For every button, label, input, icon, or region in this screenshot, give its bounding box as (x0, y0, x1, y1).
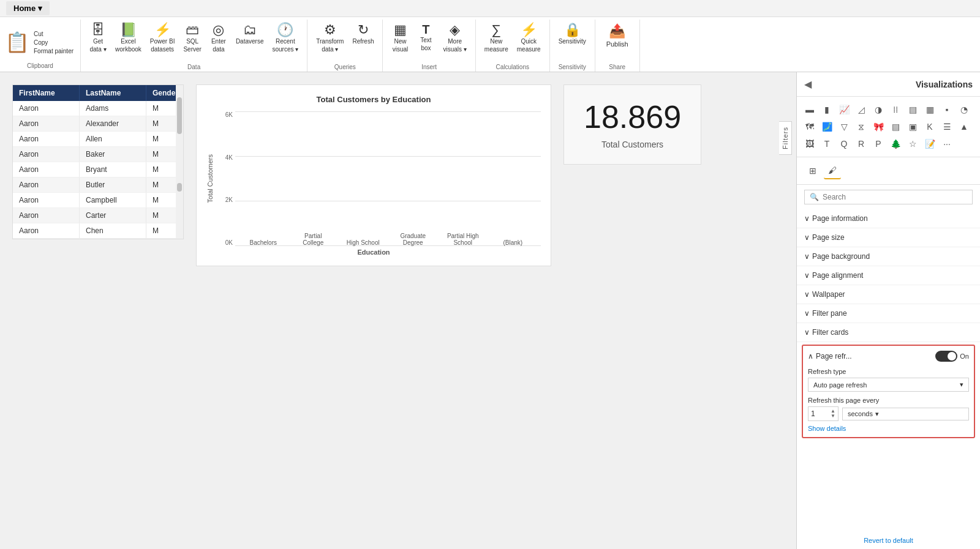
powerbi-datasets-button[interactable]: ⚡ Power BI datasets (146, 21, 179, 55)
paste-button[interactable]: 📋 (5, 32, 29, 52)
enter-data-button[interactable]: ◎ Enter data (206, 21, 231, 55)
transform-data-button[interactable]: ⚙ Transform data ▾ (312, 21, 347, 55)
bar-graduate: GraduateDegree (390, 228, 437, 246)
viz-icon-column[interactable]: ▮ (819, 102, 835, 118)
refresh-unit-dropdown[interactable]: seconds ▾ (842, 408, 969, 420)
bar-high-school: High School (340, 234, 386, 246)
table-cell: Aaron (13, 116, 80, 131)
refresh-number-input[interactable]: 1 ▲ ▼ (808, 406, 839, 421)
dataverse-button[interactable]: 🗂 Dataverse (232, 21, 268, 47)
format-section-item[interactable]: ∨ Page alignment (797, 266, 980, 285)
toggle-label: On (960, 353, 969, 360)
viz-icon-image[interactable]: 🖼 (802, 136, 818, 152)
format-section-item[interactable]: ∨ Page size (797, 228, 980, 247)
format-section-item[interactable]: ∨ Filter cards (797, 323, 980, 342)
viz-icon-line[interactable]: 📈 (836, 102, 852, 118)
viz-icon-waterfall[interactable]: ⧖ (853, 119, 869, 135)
toggle-switch[interactable]: On (935, 351, 969, 362)
toggle-track[interactable] (935, 351, 957, 362)
format-icon-format[interactable]: 🖌 (824, 162, 841, 179)
table-cell: Aaron (13, 208, 80, 223)
viz-icon-pie[interactable]: ◑ (870, 102, 886, 118)
get-data-icon: 🗄 (91, 23, 105, 37)
viz-icon-textbox[interactable]: T (819, 136, 835, 152)
text-box-icon: T (422, 23, 429, 35)
format-painter-button[interactable]: Format painter (32, 47, 75, 55)
get-data-button[interactable]: 🗄 Get data ▾ (86, 21, 110, 55)
chart-visual: Total Customers by Education Total Custo… (196, 84, 551, 266)
quick-measure-button[interactable]: ⚡ Quick measure (513, 21, 545, 55)
viz-icon-treemap[interactable]: ▪ (939, 102, 955, 118)
filters-tab[interactable]: Filters (779, 121, 792, 155)
revert-button[interactable]: Revert to default (797, 532, 980, 549)
viz-icon-key-influencers[interactable]: ☆ (905, 136, 921, 152)
search-box[interactable]: 🔍 (804, 190, 973, 204)
table-cell: Bryant (80, 162, 146, 177)
viz-icon-map[interactable]: 🗺 (802, 119, 818, 135)
collapse-panel-button[interactable]: ◀ (804, 78, 812, 90)
chart-bars-container: Bachelors PartialCollege High School (235, 111, 541, 246)
viz-icon-card[interactable]: ▣ (905, 119, 921, 135)
home-chevron: ▾ (38, 4, 42, 13)
refresh-button[interactable]: ↻ Refresh (349, 21, 377, 47)
new-measure-button[interactable]: ∑ New measure (481, 21, 512, 55)
viz-icon-gauge[interactable]: ◔ (956, 102, 972, 118)
copy-button[interactable]: Copy (32, 39, 75, 47)
excel-label2: workbook (115, 46, 141, 53)
viz-icon-funnel[interactable]: ▽ (836, 119, 852, 135)
refresh-icon: ↻ (358, 23, 369, 37)
toggle-thumb (948, 352, 956, 360)
viz-icon-multirow-card[interactable]: ▤ (888, 119, 903, 135)
viz-icon-matrix[interactable]: ▦ (922, 102, 938, 118)
viz-icon-kpi[interactable]: K (922, 119, 938, 135)
table-scroll-thumb[interactable] (177, 97, 182, 134)
viz-icon-paginated[interactable]: R (853, 136, 869, 152)
viz-icon-area[interactable]: ◿ (853, 102, 869, 118)
text-box-button[interactable]: T Text box (413, 21, 438, 54)
viz-icon-python[interactable]: P (870, 136, 886, 152)
sensitivity-button[interactable]: 🔒 Sensitivity (555, 21, 590, 47)
search-input[interactable] (823, 193, 967, 201)
format-section-item[interactable]: ∨ Page background (797, 247, 980, 266)
format-icon-fields[interactable]: ⊞ (804, 162, 821, 179)
viz-icon-table[interactable]: ▤ (905, 102, 921, 118)
excel-icon: 📗 (120, 23, 137, 37)
viz-icon-slicer[interactable]: ☰ (939, 119, 955, 135)
refresh-number-arrows[interactable]: ▲ ▼ (831, 409, 835, 419)
show-details-link[interactable]: Show details (808, 425, 969, 432)
card-number: 18.869 (584, 100, 681, 135)
page-refresh-chevron: ∧ (808, 352, 813, 360)
format-section-item[interactable]: ∨ Filter pane (797, 304, 980, 323)
sql-label: SQL (186, 38, 198, 45)
viz-icon-smart-narrative[interactable]: 📝 (922, 136, 938, 152)
format-sections-container: ∨ Page information ∨ Page size ∨ Page ba… (797, 209, 980, 342)
excel-workbook-button[interactable]: 📗 Excel workbook (111, 21, 145, 55)
more-visuals-button[interactable]: ◈ More visuals ▾ (439, 21, 470, 55)
table-scrollbar[interactable] (176, 85, 183, 239)
table-row: AaronCarterM (13, 208, 183, 223)
recent-sources-label: Recent (276, 38, 295, 45)
refresh-down-arrow[interactable]: ▼ (831, 414, 835, 419)
card-label: Total Customers (601, 140, 663, 149)
viz-icon-bar[interactable]: ▬ (802, 102, 818, 118)
chart-y-axis-title-container: Total Customers (206, 111, 214, 246)
text-box-label: Text (420, 37, 431, 43)
viz-icon-qna[interactable]: Q (836, 136, 852, 152)
viz-icon-ribbon[interactable]: 🎀 (870, 119, 886, 135)
new-visual-button[interactable]: ▦ New visual (388, 21, 412, 55)
format-section-item[interactable]: ∨ Wallpaper (797, 285, 980, 304)
sql-server-button[interactable]: 🗃 SQL Server (179, 21, 205, 55)
viz-icon-more[interactable]: ··· (939, 136, 955, 152)
viz-icon-shape[interactable]: ▲ (956, 119, 972, 135)
viz-icon-scatter[interactable]: ⁞⁞ (888, 102, 903, 118)
format-section-item[interactable]: ∨ Page information (797, 209, 980, 228)
home-tab[interactable]: Home ▾ (6, 1, 50, 15)
insert-section-label: Insert (421, 62, 437, 70)
viz-icons-grid: ▬ ▮ 📈 ◿ ◑ ⁞⁞ ▤ ▦ ▪ ◔ 🗺 🗾 ▽ ⧖ 🎀 ▤ ▣ K ☰ (797, 97, 980, 157)
refresh-type-dropdown[interactable]: Auto page refresh ▾ (808, 378, 969, 392)
publish-button[interactable]: 📤 Publish (600, 21, 635, 50)
viz-icon-filled-map[interactable]: 🗾 (819, 119, 835, 135)
viz-icon-decomp[interactable]: 🌲 (888, 136, 903, 152)
recent-sources-button[interactable]: 🕐 Recent sources ▾ (268, 21, 302, 55)
cut-button[interactable]: Cut (32, 30, 75, 38)
